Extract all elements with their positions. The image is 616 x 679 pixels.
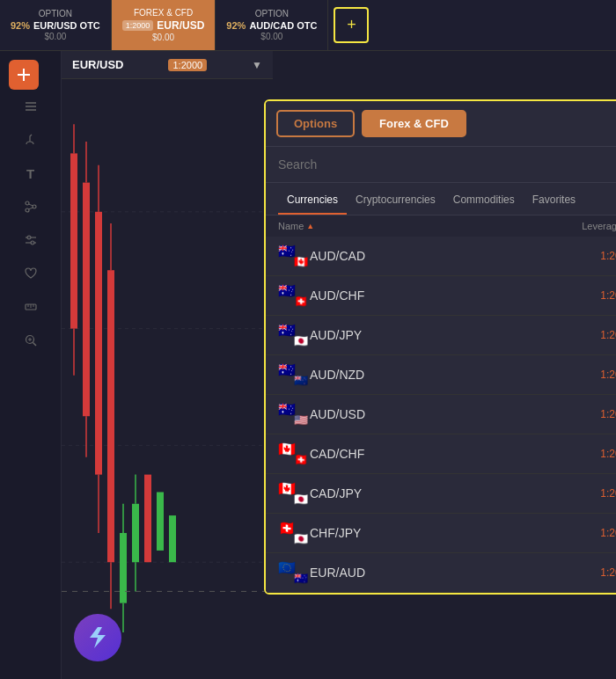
add-tab-button[interactable]: + bbox=[334, 7, 369, 43]
tab1-pct: 92% bbox=[11, 20, 30, 31]
tab1-pair: EUR/USD OTC bbox=[33, 20, 100, 31]
sidebar-lines[interactable] bbox=[13, 91, 48, 121]
tab3-pair: AUD/CAD OTC bbox=[249, 20, 317, 31]
heart-icon bbox=[24, 266, 38, 281]
logo bbox=[74, 614, 121, 661]
selected-pair-label: EUR/USD bbox=[72, 58, 124, 71]
crosshair-icon bbox=[16, 67, 32, 83]
chart-crosshair-button[interactable] bbox=[9, 60, 39, 90]
flag1-eur-aud: 🇪🇺 bbox=[278, 561, 296, 575]
dropdown-arrow-icon: ▼ bbox=[252, 59, 262, 71]
sidebar-text[interactable]: T bbox=[13, 158, 48, 188]
tab1-price: $0.00 bbox=[44, 32, 66, 41]
name-col-label: Name bbox=[278, 221, 304, 231]
flag-pair-eur-aud: 🇪🇺 🇦🇺 bbox=[278, 561, 310, 584]
asset-leverage-cad-jpy: 1:2000 bbox=[600, 487, 616, 500]
sidebar-zoom[interactable] bbox=[13, 325, 48, 355]
tab-forex-cfd[interactable]: Forex & CFD 1:2000 EUR/USD $0.00 bbox=[112, 0, 216, 50]
flag2-aud-jpy: 🇯🇵 bbox=[294, 335, 308, 347]
sidebar-heart[interactable] bbox=[13, 259, 48, 288]
search-row bbox=[266, 147, 616, 183]
table-header: Name ▲ Leverage ▲ bbox=[266, 215, 616, 237]
category-tabs: Currencies Cryptocurrencies Commodities … bbox=[266, 183, 616, 215]
asset-row-aud-chf[interactable]: 🇦🇺 🇨🇭 AUD/CHF 1:2000 bbox=[266, 276, 616, 316]
asset-leverage-eur-aud: 1:2000 bbox=[600, 566, 616, 579]
ruler-icon bbox=[24, 300, 38, 314]
tab-commodities[interactable]: Commodities bbox=[444, 190, 524, 215]
sidebar-nodes[interactable] bbox=[13, 192, 48, 222]
svg-line-8 bbox=[28, 204, 33, 206]
asset-name-aud-nzd: AUD/NZD bbox=[310, 368, 600, 382]
asset-row-aud-usd[interactable]: 🇦🇺 🇺🇸 AUD/USD 1:2000 bbox=[266, 395, 616, 434]
sidebar-ruler[interactable] bbox=[13, 292, 48, 322]
tab-options-eurusd[interactable]: Option 92% EUR/USD OTC $0.00 bbox=[0, 0, 112, 50]
asset-name-aud-cad: AUD/CAD bbox=[310, 249, 600, 263]
tab-favorites[interactable]: Favorites bbox=[524, 190, 584, 215]
brush-icon bbox=[24, 133, 38, 147]
asset-name-eur-aud: EUR/AUD bbox=[310, 566, 600, 580]
tab1-label: Option bbox=[39, 9, 72, 18]
flag1-chf-jpy: 🇨🇭 bbox=[278, 522, 296, 536]
svg-rect-32 bbox=[95, 212, 102, 475]
asset-row-aud-nzd[interactable]: 🇦🇺 🇳🇿 AUD/NZD 1:2000 bbox=[266, 355, 616, 395]
asset-row-aud-jpy[interactable]: 🇦🇺 🇯🇵 AUD/JPY 1:2000 bbox=[266, 316, 616, 355]
pair-selector-panel: EUR/USD 1:2000 ▼ bbox=[62, 51, 273, 79]
forex-cfd-type-button[interactable]: Forex & CFD bbox=[362, 110, 466, 137]
flag-pair-cad-jpy: 🇨🇦 🇯🇵 bbox=[278, 482, 310, 505]
left-sidebar: T bbox=[0, 51, 62, 679]
search-input[interactable] bbox=[278, 157, 612, 172]
adjust-icon bbox=[24, 233, 38, 247]
asset-row-chf-jpy[interactable]: 🇨🇭 🇯🇵 CHF/JPY 1:2000 bbox=[266, 514, 616, 553]
asset-name-aud-chf: AUD/CHF bbox=[310, 288, 600, 303]
flag1-aud-usd: 🇦🇺 bbox=[278, 403, 296, 417]
asset-list: 🇦🇺 🇨🇦 AUD/CAD 1:2000 🇦🇺 🇨🇭 AUD/CHF 1:200… bbox=[266, 237, 616, 593]
flag1-aud-cad: 🇦🇺 bbox=[278, 245, 296, 259]
text-icon: T bbox=[26, 166, 34, 181]
tab2-pair: EUR/USD bbox=[157, 19, 204, 32]
flag2-eur-aud: 🇦🇺 bbox=[294, 573, 308, 584]
top-bar: Option 92% EUR/USD OTC $0.00 Forex & CFD… bbox=[0, 0, 616, 51]
flag2-chf-jpy: 🇯🇵 bbox=[294, 533, 308, 544]
sidebar-brush[interactable] bbox=[13, 125, 48, 155]
plus-icon: + bbox=[347, 16, 356, 34]
asset-name-cad-jpy: CAD/JPY bbox=[310, 486, 600, 500]
chart-area: EUR/USD.FX_Ask bbox=[62, 51, 616, 679]
flag-pair-aud-usd: 🇦🇺 🇺🇸 bbox=[278, 403, 310, 426]
options-type-button[interactable]: Options bbox=[276, 110, 355, 137]
tab-currencies[interactable]: Currencies bbox=[278, 190, 347, 215]
leverage-col-label: Leverage bbox=[582, 221, 616, 231]
main-area: T bbox=[0, 51, 616, 679]
asset-leverage-cad-chf: 1:2000 bbox=[600, 448, 616, 460]
svg-point-13 bbox=[31, 241, 34, 245]
flag-pair-chf-jpy: 🇨🇭 🇯🇵 bbox=[278, 522, 310, 544]
asset-row-cad-jpy[interactable]: 🇨🇦 🇯🇵 CAD/JPY 1:2000 bbox=[266, 474, 616, 514]
tab2-price: $0.00 bbox=[152, 33, 174, 42]
asset-name-chf-jpy: CHF/JPY bbox=[310, 526, 600, 540]
flag1-aud-chf: 🇦🇺 bbox=[278, 284, 296, 298]
tab2-leverage: 1:2000 bbox=[122, 20, 154, 31]
flag2-aud-cad: 🇨🇦 bbox=[294, 256, 308, 267]
flag-pair-aud-nzd: 🇦🇺 🇳🇿 bbox=[278, 363, 310, 386]
svg-line-19 bbox=[33, 343, 36, 347]
asset-leverage-aud-jpy: 1:2000 bbox=[600, 329, 616, 341]
type-button-row: Options Forex & CFD bbox=[266, 101, 616, 147]
asset-leverage-chf-jpy: 1:2000 bbox=[600, 527, 616, 539]
sidebar-adjust[interactable] bbox=[13, 225, 48, 255]
tab-options-audcad[interactable]: Option 92% AUD/CAD OTC $0.00 bbox=[216, 0, 328, 50]
svg-rect-41 bbox=[132, 504, 139, 562]
svg-rect-45 bbox=[157, 493, 164, 551]
selected-leverage: 1:2000 bbox=[168, 59, 207, 71]
tab-cryptocurrencies[interactable]: Cryptocurrencies bbox=[347, 190, 444, 215]
asset-row-cad-chf[interactable]: 🇨🇦 🇨🇭 CAD/CHF 1:2000 bbox=[266, 434, 616, 474]
svg-rect-44 bbox=[144, 475, 151, 563]
tab3-label: Option bbox=[255, 9, 289, 18]
asset-leverage-aud-usd: 1:2000 bbox=[600, 408, 616, 420]
asset-leverage-aud-cad: 1:2000 bbox=[600, 250, 616, 262]
svg-rect-46 bbox=[169, 515, 176, 562]
flag1-aud-jpy: 🇦🇺 bbox=[278, 324, 296, 338]
svg-rect-38 bbox=[120, 533, 127, 603]
asset-row-aud-cad[interactable]: 🇦🇺 🇨🇦 AUD/CAD 1:2000 bbox=[266, 237, 616, 276]
pair-selector-row[interactable]: EUR/USD 1:2000 ▼ bbox=[62, 51, 273, 78]
flag-pair-aud-jpy: 🇦🇺 🇯🇵 bbox=[278, 324, 310, 347]
asset-row-eur-aud[interactable]: 🇪🇺 🇦🇺 EUR/AUD 1:2000 bbox=[266, 553, 616, 593]
